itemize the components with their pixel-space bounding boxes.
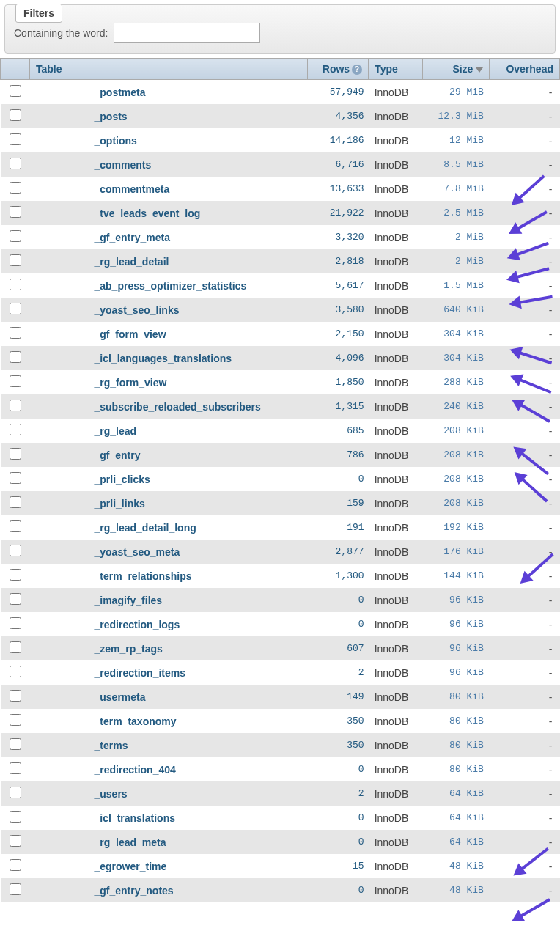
row-size[interactable]: 96 KiB — [422, 588, 490, 612]
row-size[interactable]: 64 KiB — [422, 806, 490, 830]
row-size[interactable]: 208 KiB — [422, 467, 490, 491]
row-size[interactable]: 80 KiB — [422, 685, 490, 709]
table-link[interactable]: _rg_lead_detail_long — [95, 522, 196, 534]
row-size[interactable]: 80 KiB — [422, 709, 490, 733]
row-size[interactable]: 12.3 MiB — [422, 104, 490, 128]
table-link[interactable]: _options — [95, 135, 137, 147]
row-size[interactable]: 2 MiB — [422, 249, 490, 273]
row-size[interactable]: 80 KiB — [422, 733, 490, 757]
header-table[interactable]: Table — [30, 59, 308, 80]
table-link[interactable]: _posts — [95, 111, 128, 122]
row-size[interactable]: 80 KiB — [422, 757, 490, 781]
header-overhead[interactable]: Overhead — [490, 59, 560, 80]
row-checkbox[interactable] — [10, 182, 21, 194]
row-checkbox[interactable] — [10, 762, 21, 774]
row-checkbox[interactable] — [10, 424, 21, 435]
table-link[interactable]: _rg_lead_meta — [95, 836, 166, 848]
row-checkbox[interactable] — [10, 496, 21, 508]
row-checkbox[interactable] — [10, 641, 21, 653]
row-checkbox[interactable] — [10, 472, 21, 484]
row-checkbox[interactable] — [10, 617, 21, 629]
containing-word-input[interactable] — [114, 23, 260, 43]
row-size[interactable]: 29 MiB — [422, 80, 490, 105]
row-size[interactable]: 640 KiB — [422, 298, 490, 322]
row-size[interactable]: 192 KiB — [422, 515, 490, 540]
row-size[interactable]: 304 KiB — [422, 322, 490, 346]
table-link[interactable]: _rg_form_view — [95, 377, 167, 389]
table-link[interactable]: _imagify_files — [95, 595, 163, 606]
row-checkbox[interactable] — [10, 400, 21, 411]
row-size[interactable]: 48 KiB — [422, 878, 490, 902]
table-link[interactable]: _zem_rp_tags — [95, 643, 163, 655]
row-checkbox[interactable] — [10, 690, 21, 702]
table-link[interactable]: _terms — [95, 740, 128, 751]
row-checkbox[interactable] — [10, 230, 21, 242]
row-checkbox[interactable] — [10, 158, 21, 169]
header-size[interactable]: Size — [422, 59, 490, 80]
table-link[interactable]: _yoast_seo_meta — [95, 546, 180, 558]
row-size[interactable]: 288 KiB — [422, 370, 490, 394]
row-checkbox[interactable] — [10, 254, 21, 266]
row-size[interactable]: 208 KiB — [422, 419, 490, 443]
header-type[interactable]: Type — [369, 59, 422, 80]
table-link[interactable]: _rg_lead_detail — [95, 256, 169, 268]
row-checkbox[interactable] — [10, 448, 21, 460]
table-link[interactable]: _rg_lead — [95, 425, 137, 437]
row-checkbox[interactable] — [10, 375, 21, 387]
row-size[interactable]: 8.5 MiB — [422, 152, 490, 177]
row-checkbox[interactable] — [10, 303, 21, 314]
row-checkbox[interactable] — [10, 666, 21, 677]
table-link[interactable]: _ab_press_optimizer_statistics — [95, 280, 247, 292]
row-checkbox[interactable] — [10, 883, 21, 895]
table-link[interactable]: _postmeta — [95, 87, 146, 98]
table-link[interactable]: _yoast_seo_links — [95, 304, 180, 316]
row-checkbox[interactable] — [10, 206, 21, 218]
table-link[interactable]: _commentmeta — [95, 183, 170, 195]
row-checkbox[interactable] — [10, 351, 21, 363]
row-size[interactable]: 96 KiB — [422, 612, 490, 636]
row-size[interactable]: 144 KiB — [422, 564, 490, 588]
table-link[interactable]: _icl_languages_translations — [95, 353, 232, 364]
row-size[interactable]: 64 KiB — [422, 781, 490, 806]
table-link[interactable]: _redirection_items — [95, 667, 186, 679]
row-checkbox[interactable] — [10, 279, 21, 290]
row-size[interactable]: 240 KiB — [422, 394, 490, 419]
row-size[interactable]: 96 KiB — [422, 660, 490, 685]
row-size[interactable]: 7.8 MiB — [422, 177, 490, 201]
table-link[interactable]: _egrower_time — [95, 861, 167, 872]
row-checkbox[interactable] — [10, 835, 21, 847]
row-size[interactable]: 304 KiB — [422, 346, 490, 370]
table-link[interactable]: _gf_entry_meta — [95, 232, 171, 243]
row-size[interactable]: 208 KiB — [422, 443, 490, 467]
row-checkbox[interactable] — [10, 714, 21, 726]
row-size[interactable]: 2.5 MiB — [422, 201, 490, 225]
row-checkbox[interactable] — [10, 811, 21, 823]
row-checkbox[interactable] — [10, 85, 21, 97]
row-checkbox[interactable] — [10, 787, 21, 798]
table-link[interactable]: _term_taxonomy — [95, 715, 177, 727]
row-checkbox[interactable] — [10, 738, 21, 750]
row-checkbox[interactable] — [10, 133, 21, 145]
table-link[interactable]: _tve_leads_event_log — [95, 207, 201, 219]
help-icon[interactable]: ? — [352, 65, 362, 75]
table-link[interactable]: _comments — [95, 159, 152, 171]
row-checkbox[interactable] — [10, 569, 21, 581]
row-checkbox[interactable] — [10, 327, 21, 339]
row-size[interactable]: 48 KiB — [422, 854, 490, 878]
table-link[interactable]: _icl_translations — [95, 812, 176, 824]
table-link[interactable]: _prli_clicks — [95, 474, 150, 485]
table-link[interactable]: _gf_form_view — [95, 328, 166, 340]
table-link[interactable]: _subscribe_reloaded_subscribers — [95, 401, 261, 413]
table-link[interactable]: _redirection_404 — [95, 764, 176, 776]
row-size[interactable]: 176 KiB — [422, 540, 490, 564]
row-checkbox[interactable] — [10, 520, 21, 532]
row-checkbox[interactable] — [10, 859, 21, 871]
row-checkbox[interactable] — [10, 109, 21, 121]
table-link[interactable]: _usermeta — [95, 691, 146, 703]
row-checkbox[interactable] — [10, 545, 21, 556]
table-link[interactable]: _gf_entry_notes — [95, 885, 174, 897]
header-rows[interactable]: Rows? — [307, 59, 369, 80]
row-size[interactable]: 12 MiB — [422, 128, 490, 152]
table-link[interactable]: _gf_entry — [95, 449, 141, 461]
row-size[interactable]: 96 KiB — [422, 636, 490, 660]
